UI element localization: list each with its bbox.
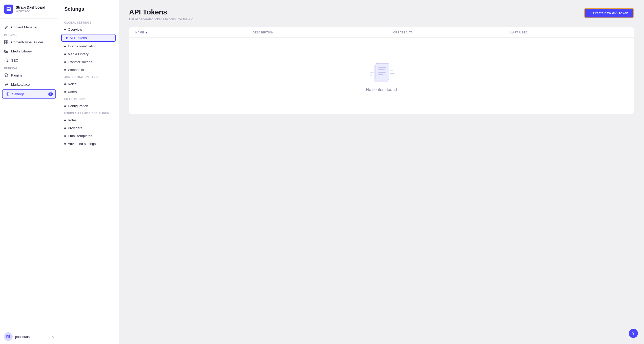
content-type-icon [4, 40, 9, 44]
settings-item-media-library[interactable]: Media Library [58, 50, 119, 58]
settings-item-label: Transfer Tokens [68, 60, 92, 64]
table-empty-state: No content found [129, 38, 634, 114]
settings-item-label: Users [68, 90, 77, 94]
col-name-label: NAME [135, 31, 144, 34]
sidebar-item-label: Content Manager [11, 25, 37, 29]
app-workspace: Workplace [16, 9, 45, 13]
settings-item-label: Internationalization [68, 44, 96, 48]
sidebar-item-media-library[interactable]: Media Library [0, 47, 58, 56]
settings-item-label: Configuration [68, 104, 88, 108]
sidebar-item-content-manager[interactable]: Content Manager [0, 23, 58, 32]
settings-section-admin: ADMINISTRATION PANEL [58, 74, 119, 80]
page-header: API Tokens List of generated tokens to c… [119, 0, 644, 27]
settings-item-label: Webhooks [68, 68, 84, 72]
help-button[interactable]: ? [629, 329, 638, 338]
page-subtitle: List of generated tokens to consume the … [129, 17, 194, 21]
settings-item-roles[interactable]: Roles [58, 80, 119, 88]
plugins-icon [4, 73, 9, 78]
bullet-icon [64, 46, 66, 47]
sidebar-app-info: Strapi Dashboard Workplace [16, 5, 45, 13]
sidebar-item-marketplace[interactable]: Marketplace [0, 80, 58, 89]
sidebar-item-label: Marketplace [11, 83, 30, 86]
settings-item-label: Email templates [68, 134, 92, 138]
settings-section-global: GLOBAL SETTINGS [58, 19, 119, 26]
app-logo [4, 5, 13, 14]
settings-item-label: Advanced settings [68, 142, 96, 146]
bullet-icon [64, 91, 66, 93]
svg-rect-17 [378, 69, 385, 70]
api-tokens-table: NAME ▲ DESCRIPTION CREATED AT LAST USED [129, 27, 634, 114]
sidebar-footer: PB paul brats < [0, 329, 58, 344]
empty-state-text: No content found [366, 87, 397, 92]
settings-item-label: API Tokens [70, 36, 87, 40]
settings-item-api-tokens[interactable]: API Tokens [61, 34, 116, 42]
settings-item-roles-perms[interactable]: Roles [58, 116, 119, 124]
col-header-created-at: CREATED AT [393, 31, 510, 34]
sort-icon[interactable]: ▲ [145, 31, 148, 34]
general-section-label: GENERAL [0, 65, 58, 71]
settings-section-email: EMAIL PLUGIN [58, 96, 119, 102]
bullet-icon [64, 105, 66, 107]
sidebar-item-label: Media Library [11, 49, 32, 53]
settings-icon [5, 92, 10, 96]
svg-rect-4 [7, 42, 8, 44]
svg-point-23 [370, 74, 372, 76]
settings-item-webhooks[interactable]: Webhooks [58, 66, 119, 74]
sidebar-item-label: Plugins [11, 73, 22, 77]
media-icon [4, 49, 9, 53]
sidebar-item-seo[interactable]: SEO [0, 56, 58, 65]
settings-item-label: Overview [68, 28, 82, 31]
bullet-icon [64, 61, 66, 63]
svg-point-10 [7, 93, 8, 95]
bullet-icon [64, 135, 66, 137]
settings-item-overview[interactable]: Overview [58, 26, 119, 33]
bullet-icon [64, 127, 66, 129]
settings-item-email-templates[interactable]: Email templates [58, 132, 119, 140]
settings-item-providers[interactable]: Providers [58, 124, 119, 132]
settings-panel-title: Settings [58, 6, 119, 14]
sidebar-header: Strapi Dashboard Workplace [0, 0, 58, 18]
svg-rect-3 [5, 42, 6, 44]
col-header-description: DESCRIPTION [253, 31, 393, 34]
settings-item-configuration[interactable]: Configuration [58, 102, 119, 110]
app-name: Strapi Dashboard [16, 5, 45, 9]
active-bullet-icon [66, 37, 68, 39]
svg-rect-16 [378, 67, 386, 68]
svg-point-8 [6, 85, 6, 86]
settings-item-advanced-settings[interactable]: Advanced settings [58, 140, 119, 148]
svg-rect-19 [378, 74, 383, 75]
svg-rect-18 [378, 72, 386, 73]
settings-item-label: Media Library [68, 52, 89, 56]
settings-item-transfer-tokens[interactable]: Transfer Tokens [58, 58, 119, 66]
bullet-icon [64, 120, 66, 121]
sidebar-item-settings[interactable]: Settings 1 [2, 89, 56, 99]
settings-item-internationalization[interactable]: Internationalization [58, 42, 119, 50]
sidebar-item-label: Settings [12, 92, 25, 96]
create-api-token-button[interactable]: + Create new API Token [584, 8, 634, 18]
settings-item-label: Roles [68, 118, 77, 122]
marketplace-icon [4, 82, 9, 87]
col-header-name: NAME ▲ [135, 31, 253, 34]
bullet-icon [64, 143, 66, 145]
settings-panel: Settings GLOBAL SETTINGS Overview API To… [58, 0, 119, 344]
bullet-icon [64, 53, 66, 55]
sidebar-item-content-type-builder[interactable]: Content-Type Builder [0, 37, 58, 47]
page-title-group: API Tokens List of generated tokens to c… [129, 8, 194, 21]
bullet-icon [64, 29, 66, 30]
plugins-section-label: PLUGINS [0, 32, 58, 37]
col-header-last-used: LAST USED [510, 31, 628, 34]
svg-rect-1 [5, 40, 6, 42]
settings-divider [64, 15, 113, 15]
empty-state-illustration [368, 60, 396, 87]
table-header: NAME ▲ DESCRIPTION CREATED AT LAST USED [129, 27, 634, 38]
sidebar-item-plugins[interactable]: Plugins [0, 71, 58, 80]
sidebar-item-label: Content-Type Builder [11, 40, 43, 44]
sidebar-navigation: Content Manager PLUGINS Content-Type Bui… [0, 18, 58, 329]
user-avatar: PB [4, 332, 13, 341]
main-content: API Tokens List of generated tokens to c… [119, 0, 644, 344]
search-icon [4, 58, 9, 63]
settings-item-label: Roles [68, 82, 77, 86]
user-name: paul brats [15, 335, 49, 339]
collapse-sidebar-button[interactable]: < [52, 335, 54, 339]
settings-item-users[interactable]: Users [58, 88, 119, 96]
